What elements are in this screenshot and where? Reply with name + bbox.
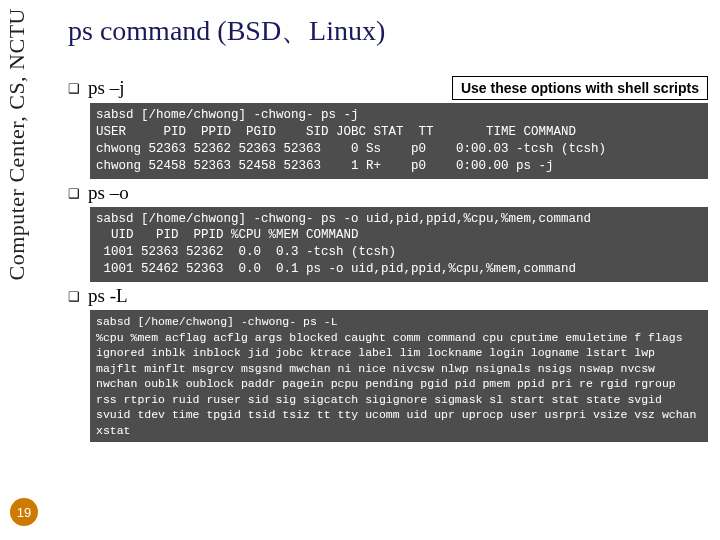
terminal-output-2: sabsd [/home/chwong] -chwong- ps -o uid,… [90, 207, 708, 283]
terminal-output-1: sabsd [/home/chwong] -chwong- ps -j USER… [90, 103, 708, 179]
section-1-row: ❑ ps –j Use these options with shell scr… [68, 76, 708, 100]
page-number-badge: 19 [10, 498, 38, 526]
bullet-ps-j: ❑ ps –j [68, 77, 124, 99]
bullet-ps-L: ❑ ps -L [68, 285, 708, 307]
bullet-square-icon: ❑ [68, 289, 80, 305]
sidebar-affiliation: Computer Center, CS, NCTU [4, 8, 30, 281]
bullet-square-icon: ❑ [68, 81, 80, 97]
slide-content: ps command (BSD、Linux) ❑ ps –j Use these… [68, 12, 708, 445]
bullet-ps-o: ❑ ps –o [68, 182, 708, 204]
slide-title: ps command (BSD、Linux) [68, 12, 708, 50]
bullet-label: ps -L [88, 285, 128, 307]
bullet-label: ps –o [88, 182, 129, 204]
terminal-output-3: sabsd [/home/chwong] -chwong- ps -L %cpu… [90, 310, 708, 442]
bullet-square-icon: ❑ [68, 186, 80, 202]
note-callout: Use these options with shell scripts [452, 76, 708, 100]
bullet-label: ps –j [88, 77, 124, 99]
